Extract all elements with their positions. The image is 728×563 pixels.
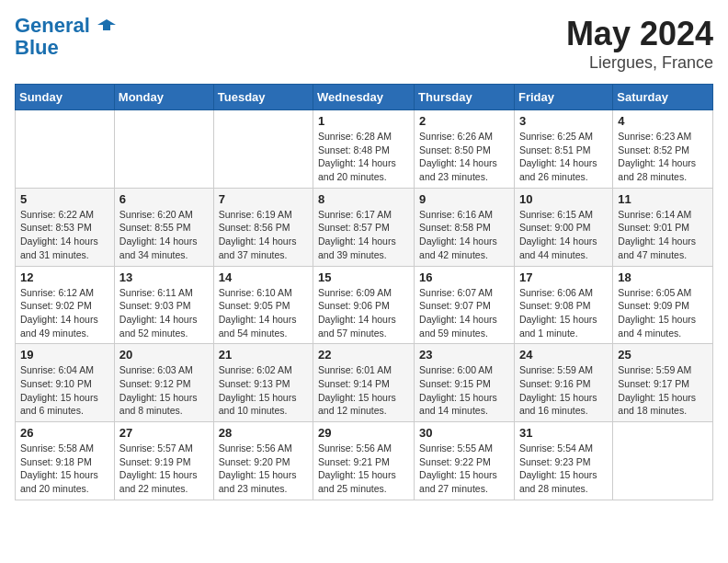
day-info: Sunrise: 5:58 AM Sunset: 9:18 PM Dayligh… (20, 442, 109, 496)
day-info: Sunrise: 5:55 AM Sunset: 9:22 PM Dayligh… (419, 442, 509, 496)
day-info: Sunrise: 6:19 AM Sunset: 8:56 PM Dayligh… (219, 208, 308, 262)
calendar-week-row: 5Sunrise: 6:22 AM Sunset: 8:53 PM Daylig… (16, 188, 713, 266)
day-info: Sunrise: 6:20 AM Sunset: 8:55 PM Dayligh… (119, 208, 209, 262)
calendar-week-row: 12Sunrise: 6:12 AM Sunset: 9:02 PM Dayli… (16, 266, 713, 344)
weekday-header-sunday: Sunday (16, 85, 115, 110)
day-info: Sunrise: 6:09 AM Sunset: 9:06 PM Dayligh… (318, 286, 409, 340)
calendar-cell: 4Sunrise: 6:23 AM Sunset: 8:52 PM Daylig… (613, 110, 713, 189)
day-number: 7 (219, 192, 308, 206)
day-info: Sunrise: 5:56 AM Sunset: 9:20 PM Dayligh… (219, 442, 308, 496)
calendar-cell: 11Sunrise: 6:14 AM Sunset: 9:01 PM Dayli… (613, 188, 713, 266)
calendar-cell: 12Sunrise: 6:12 AM Sunset: 9:02 PM Dayli… (16, 266, 115, 344)
day-number: 18 (618, 270, 708, 284)
day-number: 16 (419, 270, 509, 284)
day-number: 30 (419, 426, 509, 440)
day-number: 3 (519, 114, 608, 128)
day-info: Sunrise: 6:10 AM Sunset: 9:05 PM Dayligh… (219, 286, 308, 340)
calendar-cell (16, 110, 115, 189)
day-number: 22 (318, 348, 409, 362)
weekday-header-thursday: Thursday (415, 85, 515, 110)
svg-marker-0 (97, 19, 116, 30)
day-info: Sunrise: 6:00 AM Sunset: 9:15 PM Dayligh… (419, 363, 509, 418)
day-info: Sunrise: 6:04 AM Sunset: 9:10 PM Dayligh… (20, 363, 109, 418)
day-number: 28 (219, 426, 308, 440)
calendar-cell: 1Sunrise: 6:28 AM Sunset: 8:48 PM Daylig… (313, 110, 415, 189)
calendar-cell: 23Sunrise: 6:00 AM Sunset: 9:15 PM Dayli… (415, 344, 515, 422)
day-number: 13 (119, 270, 209, 284)
day-number: 27 (119, 426, 209, 440)
logo: General Blue (15, 15, 116, 59)
calendar-cell: 28Sunrise: 5:56 AM Sunset: 9:20 PM Dayli… (213, 422, 313, 500)
title-block: May 2024 Liergues, France (566, 15, 713, 73)
day-info: Sunrise: 6:16 AM Sunset: 8:58 PM Dayligh… (419, 208, 509, 262)
day-number: 31 (519, 426, 608, 440)
day-number: 5 (20, 192, 109, 206)
calendar-cell: 30Sunrise: 5:55 AM Sunset: 9:22 PM Dayli… (415, 422, 515, 500)
day-info: Sunrise: 6:01 AM Sunset: 9:14 PM Dayligh… (318, 363, 409, 418)
calendar-cell: 17Sunrise: 6:06 AM Sunset: 9:08 PM Dayli… (514, 266, 612, 344)
day-number: 23 (419, 348, 509, 362)
page-title: May 2024 (566, 15, 713, 53)
day-info: Sunrise: 6:11 AM Sunset: 9:03 PM Dayligh… (119, 286, 209, 340)
calendar-cell: 31Sunrise: 5:54 AM Sunset: 9:23 PM Dayli… (514, 422, 612, 500)
day-info: Sunrise: 5:59 AM Sunset: 9:16 PM Dayligh… (519, 363, 608, 418)
calendar-cell: 22Sunrise: 6:01 AM Sunset: 9:14 PM Dayli… (313, 344, 415, 422)
calendar-cell: 18Sunrise: 6:05 AM Sunset: 9:09 PM Dayli… (613, 266, 713, 344)
day-info: Sunrise: 6:15 AM Sunset: 9:00 PM Dayligh… (519, 208, 608, 262)
day-number: 9 (419, 192, 509, 206)
day-info: Sunrise: 5:59 AM Sunset: 9:17 PM Dayligh… (618, 363, 708, 418)
day-number: 24 (519, 348, 608, 362)
calendar-cell: 5Sunrise: 6:22 AM Sunset: 8:53 PM Daylig… (16, 188, 115, 266)
day-info: Sunrise: 6:25 AM Sunset: 8:51 PM Dayligh… (519, 130, 608, 184)
weekday-header-wednesday: Wednesday (313, 85, 415, 110)
calendar-cell: 27Sunrise: 5:57 AM Sunset: 9:19 PM Dayli… (114, 422, 213, 500)
day-number: 20 (119, 348, 209, 362)
calendar-cell: 6Sunrise: 6:20 AM Sunset: 8:55 PM Daylig… (114, 188, 213, 266)
page-header: General Blue May 2024 Liergues, France (15, 15, 713, 73)
day-info: Sunrise: 6:05 AM Sunset: 9:09 PM Dayligh… (618, 286, 708, 340)
day-number: 19 (20, 348, 109, 362)
day-number: 29 (318, 426, 409, 440)
calendar-cell: 8Sunrise: 6:17 AM Sunset: 8:57 PM Daylig… (313, 188, 415, 266)
weekday-header-tuesday: Tuesday (213, 85, 313, 110)
day-number: 8 (318, 192, 409, 206)
day-info: Sunrise: 6:02 AM Sunset: 9:13 PM Dayligh… (219, 363, 308, 418)
day-info: Sunrise: 6:26 AM Sunset: 8:50 PM Dayligh… (419, 130, 509, 184)
calendar-cell (613, 422, 713, 500)
day-info: Sunrise: 5:57 AM Sunset: 9:19 PM Dayligh… (119, 442, 209, 496)
day-number: 1 (318, 114, 409, 128)
weekday-header-row: SundayMondayTuesdayWednesdayThursdayFrid… (16, 85, 713, 110)
day-info: Sunrise: 5:56 AM Sunset: 9:21 PM Dayligh… (318, 442, 409, 496)
day-info: Sunrise: 5:54 AM Sunset: 9:23 PM Dayligh… (519, 442, 608, 496)
day-number: 12 (20, 270, 109, 284)
day-info: Sunrise: 6:06 AM Sunset: 9:08 PM Dayligh… (519, 286, 608, 340)
day-number: 15 (318, 270, 409, 284)
calendar-week-row: 19Sunrise: 6:04 AM Sunset: 9:10 PM Dayli… (16, 344, 713, 422)
calendar-cell: 9Sunrise: 6:16 AM Sunset: 8:58 PM Daylig… (415, 188, 515, 266)
calendar-cell: 14Sunrise: 6:10 AM Sunset: 9:05 PM Dayli… (213, 266, 313, 344)
weekday-header-monday: Monday (114, 85, 213, 110)
day-info: Sunrise: 6:12 AM Sunset: 9:02 PM Dayligh… (20, 286, 109, 340)
weekday-header-friday: Friday (514, 85, 612, 110)
day-number: 4 (618, 114, 708, 128)
logo-text: General (15, 15, 116, 37)
day-info: Sunrise: 6:23 AM Sunset: 8:52 PM Dayligh… (618, 130, 708, 184)
calendar-table: SundayMondayTuesdayWednesdayThursdayFrid… (15, 84, 713, 500)
calendar-cell: 24Sunrise: 5:59 AM Sunset: 9:16 PM Dayli… (514, 344, 612, 422)
day-info: Sunrise: 6:14 AM Sunset: 9:01 PM Dayligh… (618, 208, 708, 262)
calendar-cell: 13Sunrise: 6:11 AM Sunset: 9:03 PM Dayli… (114, 266, 213, 344)
calendar-cell: 21Sunrise: 6:02 AM Sunset: 9:13 PM Dayli… (213, 344, 313, 422)
day-number: 26 (20, 426, 109, 440)
day-info: Sunrise: 6:03 AM Sunset: 9:12 PM Dayligh… (119, 363, 209, 418)
calendar-cell (114, 110, 213, 189)
day-info: Sunrise: 6:17 AM Sunset: 8:57 PM Dayligh… (318, 208, 409, 262)
day-number: 17 (519, 270, 608, 284)
calendar-cell: 29Sunrise: 5:56 AM Sunset: 9:21 PM Dayli… (313, 422, 415, 500)
calendar-week-row: 1Sunrise: 6:28 AM Sunset: 8:48 PM Daylig… (16, 110, 713, 189)
calendar-cell: 10Sunrise: 6:15 AM Sunset: 9:00 PM Dayli… (514, 188, 612, 266)
day-number: 2 (419, 114, 509, 128)
calendar-cell: 3Sunrise: 6:25 AM Sunset: 8:51 PM Daylig… (514, 110, 612, 189)
calendar-week-row: 26Sunrise: 5:58 AM Sunset: 9:18 PM Dayli… (16, 422, 713, 500)
calendar-cell: 20Sunrise: 6:03 AM Sunset: 9:12 PM Dayli… (114, 344, 213, 422)
day-number: 25 (618, 348, 708, 362)
